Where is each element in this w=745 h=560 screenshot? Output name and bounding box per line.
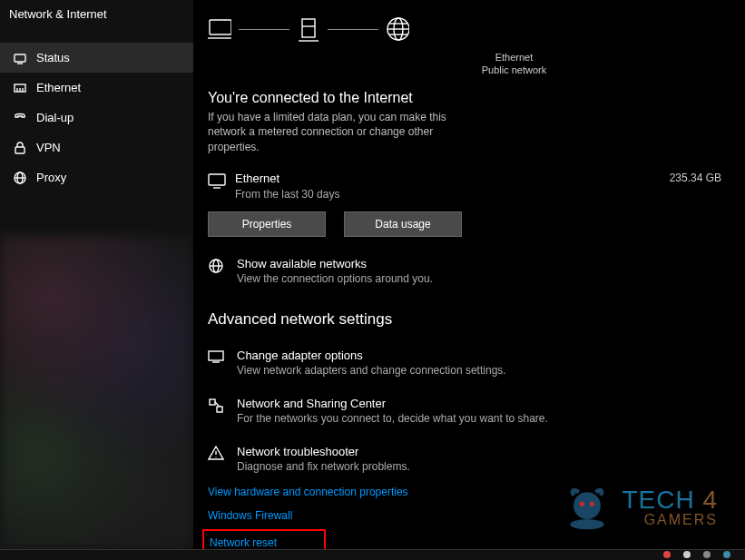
connection-row: Ethernet From the last 30 days 235.34 GB [208,172,730,201]
svg-point-33 [580,501,585,506]
sidebar: Network & Internet Status Ethernet Dial-… [0,0,193,549]
sidebar-item-label: Proxy [36,171,66,184]
ethernet-icon [13,81,27,95]
svg-rect-27 [210,399,215,405]
trouble-title: Network troubleshooter [237,445,410,458]
show-available-networks[interactable]: Show available networks View the connect… [208,257,730,285]
diagram-mid-label: Ethernet Public network [298,51,730,77]
svg-point-32 [573,492,601,519]
properties-button[interactable]: Properties [208,211,326,237]
adapter-icon [208,349,226,364]
network-diagram [208,7,730,51]
show-networks-title: Show available networks [237,257,433,270]
trouble-sub: Diagnose and fix network problems. [237,460,410,473]
sidebar-item-label: VPN [36,141,61,154]
network-troubleshooter[interactable]: Network troubleshooter Diagnose and fix … [208,445,730,473]
sharing-icon [208,398,226,414]
sidebar-item-ethernet[interactable]: Ethernet [0,73,193,103]
adapter-sub: View network adapters and change connect… [237,364,506,377]
diagram-label-2: Public network [298,64,730,76]
globe-small-icon [208,258,226,274]
sidebar-item-label: Status [36,51,70,64]
change-adapter-options[interactable]: Change adapter options View network adap… [208,349,730,377]
watermark-logo: TECH 4 GAMERS [562,482,718,533]
globe-icon [386,17,409,41]
warning-icon [208,446,226,460]
sidebar-title: Network & Internet [0,0,193,26]
proxy-icon [13,171,27,185]
diagram-label-1: Ethernet [298,51,730,64]
connection-sub: From the last 30 days [235,188,670,201]
svg-point-34 [590,501,595,506]
sidebar-item-label: Dial-up [36,111,74,124]
sidebar-item-proxy[interactable]: Proxy [0,162,193,192]
wm-text-3: GAMERS [644,513,718,527]
sidebar-item-vpn[interactable]: VPN [0,133,193,162]
status-description: If you have a limited data plan, you can… [208,110,453,155]
svg-rect-28 [217,407,222,412]
status-heading: You're connected to the Internet [208,90,730,106]
svg-rect-6 [15,147,25,153]
dialup-icon [13,111,27,125]
tray-icon[interactable] [683,551,691,558]
adapter-title: Change adapter options [237,349,506,362]
pc-icon [208,17,231,41]
mascot-icon [562,482,613,533]
monitor-icon [208,173,226,190]
diagram-line [328,29,378,30]
sharing-title: Network and Sharing Center [237,397,548,410]
wm-text-2: 4 [702,486,718,514]
sharing-sub: For the networks you connect to, decide … [237,412,548,425]
sidebar-background-blur [0,236,193,549]
svg-rect-25 [209,351,223,360]
network-sharing-center[interactable]: Network and Sharing Center For the netwo… [208,397,730,425]
svg-point-35 [571,519,604,529]
main-content: Ethernet Public network You're connected… [193,0,745,549]
show-networks-sub: View the connection options around you. [237,272,433,285]
advanced-heading: Advanced network settings [208,310,730,329]
diagram-line [239,29,289,30]
svg-rect-20 [209,174,225,185]
system-tray[interactable] [663,551,730,558]
sidebar-item-dialup[interactable]: Dial-up [0,103,193,133]
sidebar-item-status[interactable]: Status [0,43,193,73]
sidebar-item-label: Ethernet [36,81,81,94]
svg-rect-10 [210,20,231,34]
data-usage-button[interactable]: Data usage [344,211,462,237]
connection-name: Ethernet [235,172,670,185]
svg-rect-0 [15,54,25,62]
tray-icon[interactable] [663,551,671,558]
connection-usage: 235.34 GB [670,172,721,184]
svg-rect-12 [302,19,315,37]
tray-icon[interactable] [703,551,711,558]
vpn-icon [13,141,27,155]
wm-text-1: TECH [622,486,694,514]
svg-point-31 [215,457,216,457]
taskbar[interactable] [0,549,745,560]
svg-line-29 [215,402,220,407]
tray-icon[interactable] [723,551,730,558]
router-icon [297,17,320,41]
status-icon [13,51,27,65]
